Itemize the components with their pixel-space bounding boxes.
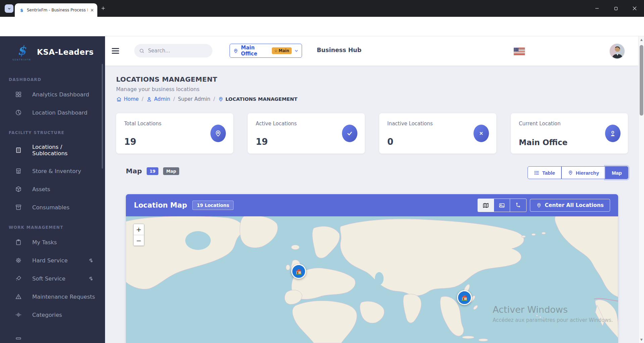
scroll-down-arrow[interactable]: ▼ (639, 337, 644, 342)
maximize-button[interactable] (606, 0, 625, 17)
sidebar-item-analytics-dashboard[interactable]: Analytics Dashboard (0, 85, 105, 103)
sidebar-item-assets[interactable]: Assets (0, 180, 105, 198)
window-controls (588, 0, 644, 17)
home-icon (116, 96, 122, 102)
section-label-dashboard: DASHBOARD (0, 77, 105, 82)
breadcrumb-admin[interactable]: Admin (146, 96, 170, 102)
mode-badge: Map (163, 167, 179, 175)
sidebar-item-locations-sublocations[interactable]: Locations / Sublocations (0, 138, 105, 162)
stat-value: 19 (256, 137, 268, 147)
page-header: LOCATIONS MANAGEMENT Manage your busines… (116, 75, 297, 102)
street-map-layer-button[interactable] (478, 199, 494, 212)
section-title: Map (126, 167, 142, 175)
sidebar-item-label: Store & Inventory (32, 168, 81, 174)
sidebar-item-my-tasks[interactable]: My Tasks (0, 233, 105, 251)
locations-count-badge: 19 Locations (192, 201, 233, 210)
page-scrollbar[interactable]: ▲ ▼ (638, 36, 644, 343)
sidebar-item-partial[interactable] (0, 331, 30, 343)
section-label-facility-structure: FACILITY STRUCTURE (0, 130, 105, 135)
sidebar-item-consumables[interactable]: Consumables (0, 198, 105, 216)
search-input[interactable] (148, 48, 202, 54)
map-marker-japan[interactable] (457, 290, 472, 305)
sidebar-item-categories[interactable]: Categories (0, 306, 105, 324)
house-icon (295, 267, 303, 275)
app-title: Business Hub (317, 47, 361, 53)
breadcrumb-super-admin[interactable]: Super Admin (178, 96, 210, 102)
windows-activation-watermark: Activer Windows Accédez aux paramètres p… (493, 304, 613, 323)
sidebar-item-label: Assets (32, 186, 50, 192)
sidebar-item-store-inventory[interactable]: Store & Inventory (0, 162, 105, 180)
logo-caption: SENTRIXFM (12, 58, 31, 61)
sidebar-item-maintenance-requests[interactable]: Maintenance Requests (0, 288, 105, 306)
sidebar-item-label: Locations / Sublocations (32, 144, 97, 157)
svg-text:$: $ (20, 8, 23, 13)
house-icon (460, 294, 468, 302)
brand[interactable]: $ SENTRIXFM KSA-Leaders (0, 36, 105, 69)
minimize-button[interactable] (588, 0, 606, 17)
center-all-locations-button[interactable]: Center All Locations (530, 199, 610, 212)
sidebar-item-soft-service[interactable]: Soft Service (0, 269, 105, 288)
stat-value: 0 (387, 137, 393, 147)
avatar-photo (610, 44, 625, 58)
touch-icon (88, 275, 94, 282)
zoom-in-button[interactable]: + (134, 224, 144, 235)
tab-close-icon[interactable]: ✕ (90, 8, 94, 12)
global-search[interactable] (134, 44, 212, 57)
satellite-layer-button[interactable] (494, 199, 510, 212)
building-icon (15, 146, 22, 154)
breadcrumb-separator: / (213, 96, 215, 102)
pie-chart-icon (15, 109, 22, 116)
archive-icon (15, 204, 22, 211)
scrollbar-thumb[interactable] (640, 45, 643, 116)
box-icon (15, 185, 22, 193)
stats-row: Total Locations 19 Active Locations 19 I… (116, 113, 628, 154)
clipboard-icon (15, 239, 22, 246)
sidebar-item-location-dashboard[interactable]: Location Dashboard (0, 103, 105, 122)
hierarchy-view-button[interactable]: Hierarchy (561, 166, 605, 179)
scroll-up-arrow[interactable]: ▲ (639, 37, 644, 42)
table-view-button[interactable]: Table (528, 166, 561, 179)
stat-label: Current Location (519, 121, 620, 127)
tab-search-chevron-button[interactable] (5, 4, 13, 13)
location-selector[interactable]: Main Office ☆Main (230, 44, 302, 58)
breadcrumb-home[interactable]: Home (116, 96, 139, 102)
store-icon (15, 167, 22, 175)
grid-icon (15, 91, 22, 98)
sidebar-toggle-button[interactable] (112, 48, 119, 54)
breadcrumb-current: LOCATIONS MANAGEMENT (218, 96, 297, 102)
sidebar-item-label: Analytics Dashboard (32, 91, 89, 98)
stat-card-total-locations: Total Locations 19 (116, 113, 233, 154)
sidebar-item-label: Soft Service (32, 275, 65, 282)
close-button[interactable] (625, 0, 644, 17)
map-marker-europe[interactable] (291, 264, 306, 279)
map-view-button[interactable]: Map (605, 166, 628, 179)
map-card-title: Location Map (134, 201, 187, 209)
brush-icon (15, 275, 22, 282)
tree-view-button[interactable] (510, 199, 526, 212)
tab-title: SentrixFm - Business Process M (27, 8, 88, 12)
check-icon (342, 125, 357, 142)
browser-tab[interactable]: $ SentrixFm - Business Process M ✕ (15, 3, 97, 17)
stat-card-current-location: Current Location Main Office (511, 113, 628, 154)
sidebar-item-label: Location Dashboard (32, 110, 88, 116)
sidebar-item-hard-service[interactable]: Hard Service (0, 251, 105, 269)
map-tiles (126, 216, 618, 343)
world-map[interactable]: + − (126, 216, 618, 343)
user-avatar[interactable] (610, 44, 625, 58)
stat-label: Total Locations (124, 121, 225, 127)
person-icon (605, 125, 621, 142)
svg-text:$: $ (17, 43, 27, 58)
document-icon (15, 336, 22, 343)
gear-icon (15, 257, 22, 264)
sidebar-item-label: Categories (32, 312, 62, 318)
language-flag-us[interactable] (514, 48, 525, 55)
pin-icon (210, 125, 226, 142)
browser-navbar: localhost:4200/manager/business/location… (0, 17, 644, 36)
zoom-out-button[interactable]: − (134, 235, 144, 246)
stat-label: Active Locations (256, 121, 357, 127)
plus-icon (101, 6, 106, 11)
sidebar: $ SENTRIXFM KSA-Leaders DASHBOARD Analyt… (0, 36, 105, 343)
section-label-work-management: WORK MANAGEMENT (0, 225, 105, 230)
new-tab-button[interactable] (101, 6, 106, 12)
app-topbar: Main Office ☆Main Business Hub (105, 36, 638, 66)
